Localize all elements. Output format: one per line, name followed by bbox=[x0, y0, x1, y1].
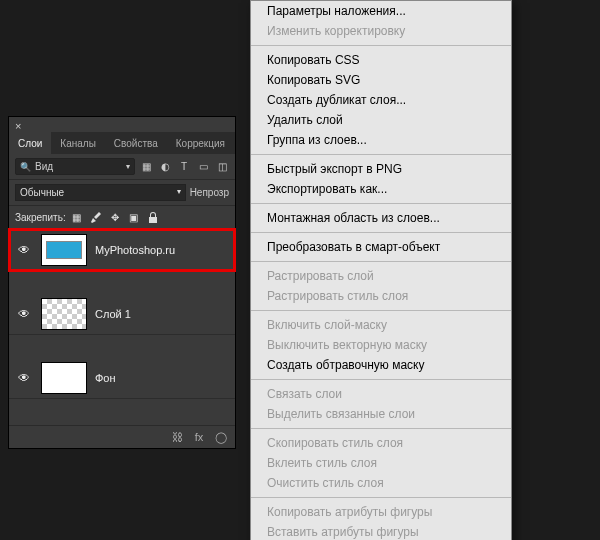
tab-properties[interactable]: Свойства bbox=[105, 132, 167, 154]
layers-panel: × Слои Каналы Свойства Коррекция 🔍 Вид ▾… bbox=[8, 116, 236, 449]
opacity-label: Непрозр bbox=[190, 187, 229, 198]
menu-item[interactable]: Создать дубликат слоя... bbox=[251, 90, 511, 110]
menu-item: Растрировать слой bbox=[251, 266, 511, 286]
filter-smart-icon[interactable]: ◫ bbox=[215, 160, 229, 174]
visibility-eye-icon[interactable]: 👁 bbox=[15, 307, 33, 321]
menu-separator bbox=[251, 232, 511, 233]
menu-separator bbox=[251, 154, 511, 155]
filter-pixel-icon[interactable]: ▦ bbox=[139, 160, 153, 174]
lock-brush-icon[interactable] bbox=[89, 210, 103, 224]
tab-adjustments[interactable]: Коррекция bbox=[167, 132, 234, 154]
panel-close-button[interactable]: × bbox=[9, 117, 235, 132]
menu-item[interactable]: Экспортировать как... bbox=[251, 179, 511, 199]
tab-channels[interactable]: Каналы bbox=[51, 132, 105, 154]
filter-icons: ▦ ◐ T ▭ ◫ bbox=[139, 160, 229, 174]
panel-empty-area bbox=[9, 399, 235, 425]
lock-artboard-icon[interactable]: ▣ bbox=[127, 210, 141, 224]
layer-filter-select[interactable]: 🔍 Вид ▾ bbox=[15, 158, 135, 175]
menu-item: Выключить векторную маску bbox=[251, 335, 511, 355]
layer-thumbnail[interactable] bbox=[41, 234, 87, 266]
menu-item: Включить слой-маску bbox=[251, 315, 511, 335]
layer-context-menu: Параметры наложения...Изменить корректир… bbox=[250, 0, 512, 540]
menu-item[interactable]: Удалить слой bbox=[251, 110, 511, 130]
menu-item[interactable]: Группа из слоев... bbox=[251, 130, 511, 150]
link-layers-icon[interactable]: ⛓ bbox=[169, 430, 185, 444]
menu-item[interactable]: Быстрый экспорт в PNG bbox=[251, 159, 511, 179]
filter-label: Вид bbox=[35, 161, 53, 172]
layer-row[interactable]: 👁MyPhotoshop.ru bbox=[9, 229, 235, 271]
menu-item: Вставить атрибуты фигуры bbox=[251, 522, 511, 540]
filter-type-icon[interactable]: T bbox=[177, 160, 191, 174]
filter-shape-icon[interactable]: ▭ bbox=[196, 160, 210, 174]
menu-item: Вклеить стиль слоя bbox=[251, 453, 511, 473]
menu-item: Растрировать стиль слоя bbox=[251, 286, 511, 306]
panel-footer: ⛓ fx ◯ bbox=[9, 425, 235, 448]
layer-name-label[interactable]: Слой 1 bbox=[95, 308, 131, 320]
filter-row: 🔍 Вид ▾ ▦ ◐ T ▭ ◫ bbox=[9, 154, 235, 180]
menu-item: Скопировать стиль слоя bbox=[251, 433, 511, 453]
search-icon: 🔍 bbox=[20, 162, 31, 172]
menu-item[interactable]: Параметры наложения... bbox=[251, 1, 511, 21]
chevron-down-icon: ▾ bbox=[177, 187, 181, 196]
layer-gap bbox=[9, 335, 235, 357]
menu-item[interactable]: Создать обтравочную маску bbox=[251, 355, 511, 375]
menu-separator bbox=[251, 428, 511, 429]
visibility-eye-icon[interactable]: 👁 bbox=[15, 243, 33, 257]
menu-item[interactable]: Преобразовать в смарт-объект bbox=[251, 237, 511, 257]
filter-adjust-icon[interactable]: ◐ bbox=[158, 160, 172, 174]
menu-separator bbox=[251, 45, 511, 46]
menu-item[interactable]: Монтажная область из слоев... bbox=[251, 208, 511, 228]
menu-item: Очистить стиль слоя bbox=[251, 473, 511, 493]
menu-separator bbox=[251, 261, 511, 262]
menu-item: Изменить корректировку bbox=[251, 21, 511, 41]
menu-item[interactable]: Копировать SVG bbox=[251, 70, 511, 90]
menu-separator bbox=[251, 310, 511, 311]
blend-row: Обычные ▾ Непрозр bbox=[9, 180, 235, 206]
layer-thumbnail[interactable] bbox=[41, 298, 87, 330]
menu-separator bbox=[251, 497, 511, 498]
layer-thumbnail[interactable] bbox=[41, 362, 87, 394]
chevron-down-icon: ▾ bbox=[126, 162, 130, 171]
lock-row: Закрепить: ▦ ✥ ▣ bbox=[9, 206, 235, 229]
menu-item[interactable]: Копировать CSS bbox=[251, 50, 511, 70]
menu-separator bbox=[251, 203, 511, 204]
menu-item: Связать слои bbox=[251, 384, 511, 404]
layer-gap bbox=[9, 271, 235, 293]
lock-transparency-icon[interactable]: ▦ bbox=[70, 210, 84, 224]
fx-icon[interactable]: fx bbox=[191, 430, 207, 444]
blend-mode-select[interactable]: Обычные ▾ bbox=[15, 184, 186, 201]
lock-move-icon[interactable]: ✥ bbox=[108, 210, 122, 224]
visibility-eye-icon[interactable]: 👁 bbox=[15, 371, 33, 385]
lock-label: Закрепить: bbox=[15, 212, 66, 223]
layer-name-label[interactable]: MyPhotoshop.ru bbox=[95, 244, 175, 256]
blend-mode-value: Обычные bbox=[20, 187, 64, 198]
layer-row[interactable]: 👁Слой 1 bbox=[9, 293, 235, 335]
layer-name-label[interactable]: Фон bbox=[95, 372, 116, 384]
menu-item: Копировать атрибуты фигуры bbox=[251, 502, 511, 522]
panel-tabs: Слои Каналы Свойства Коррекция bbox=[9, 132, 235, 154]
tab-layers[interactable]: Слои bbox=[9, 132, 51, 154]
layer-row[interactable]: 👁Фон bbox=[9, 357, 235, 399]
menu-separator bbox=[251, 379, 511, 380]
lock-all-icon[interactable] bbox=[146, 210, 160, 224]
menu-item: Выделить связанные слои bbox=[251, 404, 511, 424]
layers-list: 👁MyPhotoshop.ru👁Слой 1👁Фон bbox=[9, 229, 235, 399]
mask-icon[interactable]: ◯ bbox=[213, 430, 229, 444]
